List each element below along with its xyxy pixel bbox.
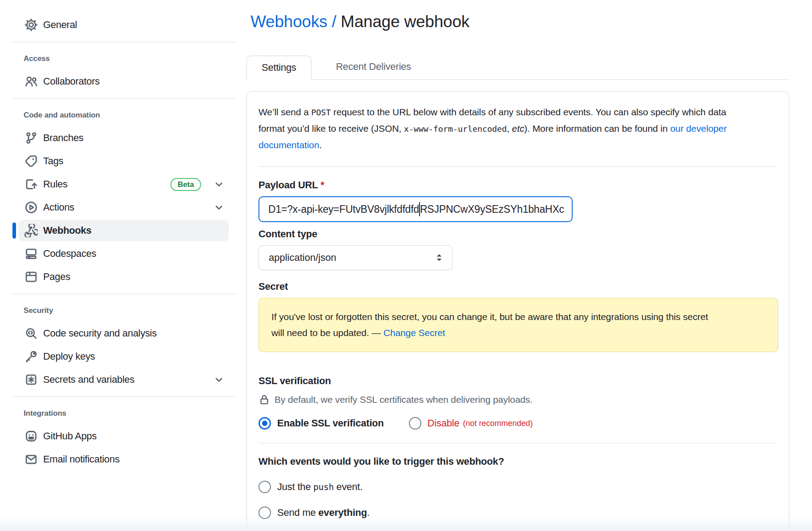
- send-everything-label[interactable]: Send me everything.: [277, 507, 370, 519]
- just-push-label[interactable]: Just the push event.: [277, 481, 363, 493]
- payload-url-label: Payload URL*: [259, 179, 777, 191]
- developer-documentation-link-cont[interactable]: documentation: [259, 140, 319, 150]
- content-type-label: Content type: [259, 228, 777, 240]
- chevron-down-icon: [207, 374, 224, 385]
- sidebar-item-email-notifications[interactable]: Email notifications: [19, 449, 229, 470]
- breadcrumb-webhooks-link[interactable]: Webhooks /: [250, 12, 341, 31]
- sidebar-item-label: Email notifications: [43, 454, 120, 465]
- sidebar-section-integrations: Integrations: [24, 406, 236, 421]
- event-option-push: Just the push event.: [259, 481, 777, 493]
- enable-ssl-label[interactable]: Enable SSL verification: [277, 418, 384, 429]
- intro-paragraph: We’ll send a POST request to the URL bel…: [259, 104, 777, 153]
- sidebar-section-access: Access: [24, 51, 236, 66]
- tab-recent-deliveries[interactable]: Recent Deliveries: [321, 55, 426, 79]
- secrets-icon: [24, 373, 38, 386]
- sidebar-section-list: Collaborators: [12, 71, 236, 92]
- sidebar-item-secrets-and-variables[interactable]: Secrets and variables: [19, 369, 229, 390]
- sidebar-item-codespaces[interactable]: Codespaces: [19, 243, 229, 264]
- sidebar-item-label: Pages: [43, 271, 70, 283]
- tag-icon: [24, 154, 38, 168]
- apps-icon: [24, 430, 38, 443]
- key-icon: [24, 350, 38, 363]
- radio-send-everything[interactable]: [259, 507, 271, 519]
- radio-just-push[interactable]: [259, 481, 271, 493]
- sidebar-item-tags[interactable]: Tags: [19, 150, 229, 172]
- divider: [259, 443, 777, 443]
- codescan-icon: [24, 327, 38, 340]
- sidebar-item-label: Tags: [43, 155, 63, 167]
- sidebar-item-github-apps[interactable]: GitHub Apps: [19, 426, 229, 447]
- sidebar-section-code-and-automation: Code and automation: [24, 108, 236, 123]
- mail-icon: [24, 453, 38, 466]
- sidebar-divider: [12, 98, 236, 99]
- sidebar-nav: GeneralAccessCollaboratorsCode and autom…: [12, 14, 236, 470]
- settings-sidebar: GeneralAccessCollaboratorsCode and autom…: [0, 0, 236, 531]
- secret-warning-line-1: If you've lost or forgotten this secret,…: [271, 309, 765, 325]
- events-question: Which events would you like to trigger t…: [259, 456, 777, 467]
- codespaces-icon: [24, 247, 38, 260]
- disable-ssl-note: (not recommended): [463, 419, 533, 428]
- secret-warning-box: If you've lost or forgotten this secret,…: [259, 298, 778, 352]
- sidebar-item-label: Secrets and variables: [43, 374, 134, 385]
- secret-warning-line-2: will need to be updated. — Change Secret: [271, 325, 765, 341]
- sidebar-section-list: Code security and analysisDeploy keysSec…: [12, 323, 236, 390]
- content-type-select[interactable]: application/json: [259, 245, 452, 270]
- secret-label: Secret: [259, 281, 777, 292]
- page-title-text: Manage webhook: [341, 12, 469, 31]
- webhook-settings-panel: We’ll send a POST request to the URL bel…: [246, 91, 789, 531]
- sidebar-divider: [12, 42, 236, 42]
- intro-line-3: documentation.: [259, 137, 777, 153]
- ssl-verification-heading: SSL verification: [259, 375, 777, 387]
- sidebar-item-deploy-keys[interactable]: Deploy keys: [19, 346, 229, 367]
- sidebar-section-list: General: [12, 14, 236, 36]
- sidebar-item-webhooks[interactable]: Webhooks: [19, 220, 229, 241]
- sidebar-item-label: Deploy keys: [43, 351, 95, 362]
- developer-documentation-link[interactable]: our developer: [670, 123, 727, 134]
- chevron-down-icon: [207, 179, 224, 190]
- tabnav: Settings Recent Deliveries: [246, 55, 789, 80]
- lock-icon: [259, 394, 270, 405]
- sidebar-item-actions[interactable]: Actions: [19, 197, 229, 218]
- sidebar-item-label: Webhooks: [43, 225, 91, 236]
- sidebar-section-security: Security: [24, 303, 236, 318]
- gear-icon: [24, 18, 38, 32]
- sidebar-divider: [12, 397, 236, 397]
- change-secret-link[interactable]: Change Secret: [384, 328, 445, 338]
- radio-disable-ssl[interactable]: [409, 417, 421, 430]
- sidebar-item-label: Rules: [43, 178, 68, 190]
- tab-settings[interactable]: Settings: [246, 56, 311, 80]
- radio-enable-ssl[interactable]: [259, 417, 271, 430]
- payload-url-input[interactable]: D1=?x-api-key=FUtvBV8vjlkfdfdfdRSJPNCwX9…: [259, 196, 573, 222]
- sidebar-item-rules[interactable]: RulesBeta: [19, 174, 229, 195]
- sidebar-section-list: GitHub AppsEmail notifications: [12, 426, 236, 470]
- browser-icon: [24, 270, 38, 284]
- sidebar-item-label: Codespaces: [43, 248, 96, 259]
- divider: [259, 166, 777, 167]
- sidebar-item-label: Branches: [43, 132, 84, 144]
- ssl-description: By default, we verify SSL certificates w…: [259, 394, 777, 405]
- sidebar-item-general[interactable]: General: [19, 14, 229, 36]
- beta-badge: Beta: [170, 178, 201, 191]
- sidebar-section-list: BranchesTagsRulesBetaActionsWebhooksCode…: [12, 127, 236, 288]
- sidebar-item-collaborators[interactable]: Collaborators: [19, 71, 229, 92]
- intro-line-1: We’ll send a POST request to the URL bel…: [259, 104, 777, 121]
- people-icon: [24, 75, 38, 88]
- sidebar-item-code-security-and-analysis[interactable]: Code security and analysis: [19, 323, 229, 344]
- sidebar-item-label: Actions: [43, 202, 74, 213]
- sidebar-item-label: GitHub Apps: [43, 430, 97, 442]
- intro-line-2: format you’d like to receive (JSON, x-ww…: [259, 121, 777, 137]
- event-option-everything: Send me everything.: [259, 507, 777, 519]
- ssl-radio-group: Enable SSL verification Disable (not rec…: [259, 417, 777, 430]
- sidebar-item-label: Collaborators: [43, 76, 100, 87]
- play-icon: [24, 201, 38, 214]
- required-asterisk: *: [321, 179, 324, 191]
- updown-arrows-icon: [434, 252, 444, 263]
- sidebar-item-label: Code security and analysis: [43, 328, 157, 339]
- disable-ssl-label[interactable]: Disable: [428, 418, 460, 429]
- page-title: Webhooks / Manage webhook: [250, 12, 789, 31]
- sidebar-item-pages[interactable]: Pages: [19, 266, 229, 288]
- chevron-down-icon: [207, 202, 224, 213]
- git-branch-icon: [24, 131, 38, 145]
- sidebar-item-branches[interactable]: Branches: [19, 127, 229, 149]
- rules-icon: [24, 178, 38, 191]
